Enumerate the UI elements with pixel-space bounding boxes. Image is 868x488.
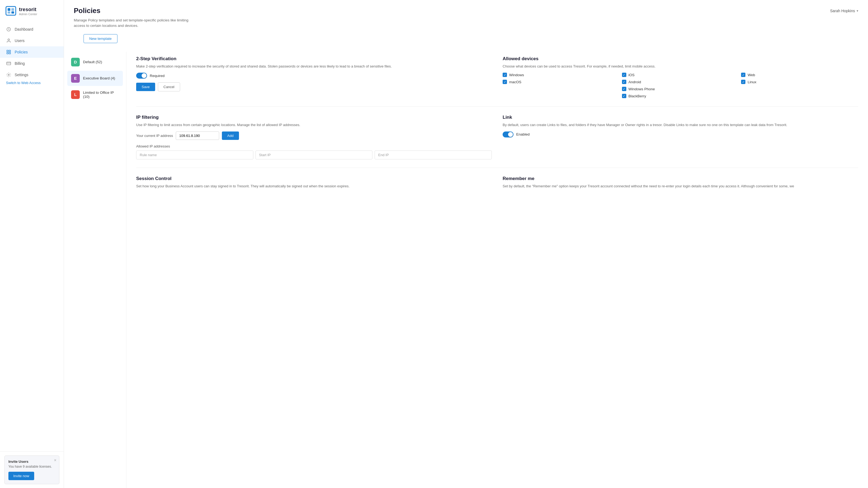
two-step-save-button[interactable]: Save — [136, 83, 155, 91]
device-linux: Linux — [741, 80, 858, 84]
two-step-cancel-button[interactable]: Cancel — [158, 83, 180, 91]
device-windowsphone: Windows Phone — [622, 87, 739, 91]
remember-me-title: Remember me — [503, 176, 858, 182]
two-step-desc: Make 2-step verification required to inc… — [136, 64, 492, 69]
device-ios-checkbox[interactable] — [622, 73, 626, 77]
invite-title: Invite Users — [8, 459, 55, 464]
user-icon — [6, 38, 11, 43]
template-badge-limited: L — [71, 90, 80, 99]
device-web-checkbox[interactable] — [741, 73, 745, 77]
link-title: Link — [503, 115, 858, 120]
device-android-label: Android — [628, 80, 641, 84]
template-name-exec: Executive Board (4) — [83, 76, 115, 80]
link-desc: By default, users can create Links to fi… — [503, 122, 858, 128]
content-area: D Default (52) E Executive Board (4) L L… — [64, 52, 868, 488]
device-windows-label: Windows — [509, 73, 524, 77]
ip-current-label: Your current IP address — [136, 134, 173, 138]
svg-rect-10 — [9, 53, 10, 54]
ip-current-row: Your current IP address Add — [136, 131, 492, 140]
template-badge-default: D — [71, 58, 80, 66]
session-control-desc: Set how long your Business Account users… — [136, 184, 492, 189]
sidebar-item-dashboard[interactable]: Dashboard — [0, 24, 64, 35]
logo: tresorit Admin Center — [0, 0, 64, 22]
device-blackberry-checkbox[interactable] — [622, 94, 626, 98]
device-ios: iOS — [622, 73, 739, 77]
device-windowsphone-checkbox[interactable] — [622, 87, 626, 91]
allowed-devices-desc: Choose what devices can be used to acces… — [503, 64, 858, 69]
device-macos-checkbox[interactable] — [503, 80, 507, 84]
device-linux-checkbox[interactable] — [741, 80, 745, 84]
main-content: Policies Sarah Hopkins ▾ Manage Policy t… — [64, 0, 868, 488]
two-step-toggle[interactable] — [136, 73, 147, 78]
sidebar-item-billing-label: Billing — [14, 61, 25, 66]
sidebar-item-policies[interactable]: Policies — [0, 46, 64, 58]
device-macos-label: macOS — [509, 80, 521, 84]
svg-point-6 — [8, 39, 9, 40]
sidebar-footer: × Invite Users You have 9 available lice… — [0, 451, 64, 488]
svg-rect-11 — [7, 62, 11, 65]
device-android: Android — [622, 80, 739, 84]
svg-rect-8 — [9, 50, 10, 52]
invite-card: × Invite Users You have 9 available lice… — [4, 455, 59, 484]
template-item-default[interactable]: D Default (52) — [67, 55, 123, 70]
invite-now-button[interactable]: Invite now — [8, 472, 34, 480]
link-toggle[interactable] — [503, 131, 514, 137]
template-item-exec[interactable]: E Executive Board (4) — [67, 71, 123, 86]
ip-table-header: Rule name Start IP End IP — [136, 151, 492, 159]
ip-current-input[interactable] — [176, 131, 219, 140]
devices-grid: Windows iOS Web macOS — [503, 73, 858, 98]
two-step-panel: 2-Step Verification Make 2-step verifica… — [136, 55, 492, 100]
sidebar-item-policies-label: Policies — [14, 50, 28, 54]
device-macos: macOS — [503, 80, 620, 84]
ip-col-start: Start IP — [255, 151, 373, 159]
svg-rect-3 — [8, 11, 10, 13]
sidebar-item-dashboard-label: Dashboard — [14, 27, 33, 31]
invite-desc: You have 9 available licenses. — [8, 465, 55, 468]
device-windows-checkbox[interactable] — [503, 73, 507, 77]
app-name: tresorit — [19, 7, 37, 12]
remember-me-panel: Remember me Set by default, the "Remembe… — [503, 174, 858, 194]
ip-col-rule: Rule name — [136, 151, 253, 159]
device-web: Web — [741, 73, 858, 77]
panels-grid: 2-Step Verification Make 2-step verifica… — [136, 55, 858, 194]
divider-2 — [136, 167, 858, 168]
svg-rect-7 — [7, 50, 8, 52]
template-name-limited: Limited to Office IP (10) — [83, 91, 119, 99]
ip-filtering-title: IP filtering — [136, 115, 492, 120]
sidebar-item-billing[interactable]: Billing — [0, 58, 64, 69]
two-step-toggle-row: Required — [136, 73, 492, 78]
switch-to-web-access-link[interactable]: Switch to Web Access — [0, 77, 46, 88]
close-icon[interactable]: × — [54, 458, 56, 463]
device-windowsphone-label: Windows Phone — [628, 87, 655, 91]
device-web-label: Web — [748, 73, 755, 77]
card-icon — [6, 61, 11, 66]
session-control-panel: Session Control Set how long your Busine… — [136, 174, 492, 194]
template-item-limited[interactable]: L Limited to Office IP (10) — [67, 87, 123, 102]
ip-filtering-desc: Use IP filtering to limit access from ce… — [136, 122, 492, 128]
ip-col-end: End IP — [375, 151, 492, 159]
svg-rect-0 — [6, 6, 16, 15]
allowed-devices-panel: Allowed devices Choose what devices can … — [503, 55, 858, 100]
device-blackberry-label: BlackBerry — [628, 94, 646, 98]
device-android-checkbox[interactable] — [622, 80, 626, 84]
svg-rect-2 — [11, 8, 14, 11]
link-panel: Link By default, users can create Links … — [503, 113, 858, 161]
user-menu[interactable]: Sarah Hopkins ▾ — [830, 9, 858, 13]
user-name: Sarah Hopkins — [830, 9, 855, 13]
link-toggle-row: Enabled — [503, 131, 858, 137]
sidebar-item-users[interactable]: Users — [0, 35, 64, 46]
device-windows: Windows — [503, 73, 620, 77]
svg-point-13 — [8, 74, 9, 76]
session-control-title: Session Control — [136, 176, 492, 182]
sidebar-item-settings-label: Settings — [14, 73, 29, 77]
link-toggle-label: Enabled — [516, 132, 530, 136]
sidebar: tresorit Admin Center Dashboard Users Po… — [0, 0, 64, 488]
ip-allowed-label: Allowed IP addresses — [136, 144, 492, 148]
sidebar-nav: Dashboard Users Policies Billing Setting… — [0, 22, 64, 451]
template-name-default: Default (52) — [83, 60, 102, 64]
settings-icon — [6, 72, 11, 77]
device-ios-label: iOS — [628, 73, 635, 77]
grid-icon — [6, 50, 11, 55]
new-template-button[interactable]: New template — [84, 34, 118, 43]
ip-add-button[interactable]: Add — [222, 131, 239, 140]
